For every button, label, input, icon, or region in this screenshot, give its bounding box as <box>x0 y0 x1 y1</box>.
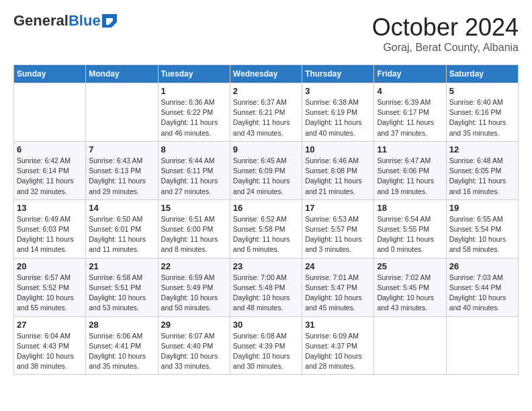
day-info: Sunrise: 6:37 AM Sunset: 6:21 PM Dayligh… <box>233 97 299 138</box>
day-number: 31 <box>305 320 371 330</box>
day-info: Sunrise: 7:00 AM Sunset: 5:48 PM Dayligh… <box>233 273 299 314</box>
day-info: Sunrise: 6:08 AM Sunset: 4:39 PM Dayligh… <box>233 331 299 372</box>
day-info: Sunrise: 6:06 AM Sunset: 4:41 PM Dayligh… <box>89 331 154 372</box>
calendar-cell: 1Sunrise: 6:36 AM Sunset: 6:22 PM Daylig… <box>158 83 230 142</box>
location-text: Goraj, Berat County, Albania <box>372 42 519 54</box>
calendar-cell: 14Sunrise: 6:50 AM Sunset: 6:01 PM Dayli… <box>86 199 158 258</box>
day-number: 20 <box>17 261 83 271</box>
calendar-cell: 9Sunrise: 6:45 AM Sunset: 6:09 PM Daylig… <box>230 141 302 199</box>
calendar-cell: 11Sunrise: 6:47 AM Sunset: 6:06 PM Dayli… <box>374 141 446 199</box>
day-info: Sunrise: 6:59 AM Sunset: 5:49 PM Dayligh… <box>161 273 227 314</box>
day-number: 3 <box>305 86 371 96</box>
day-number: 27 <box>17 320 83 330</box>
calendar-week-row: 1Sunrise: 6:36 AM Sunset: 6:22 PM Daylig… <box>14 83 519 142</box>
calendar-cell: 18Sunrise: 6:54 AM Sunset: 5:55 PM Dayli… <box>374 199 446 258</box>
day-number: 28 <box>89 320 154 330</box>
logo-icon <box>102 14 117 28</box>
day-info: Sunrise: 7:03 AM Sunset: 5:44 PM Dayligh… <box>449 273 515 314</box>
logo-blue-text: Blue <box>69 13 101 28</box>
day-number: 1 <box>161 86 227 96</box>
day-number: 21 <box>89 261 154 271</box>
day-number: 8 <box>161 144 227 154</box>
calendar-cell: 19Sunrise: 6:55 AM Sunset: 5:54 PM Dayli… <box>446 199 518 258</box>
day-number: 29 <box>161 320 227 330</box>
calendar-week-row: 27Sunrise: 6:04 AM Sunset: 4:43 PM Dayli… <box>14 316 519 375</box>
calendar-cell: 2Sunrise: 6:37 AM Sunset: 6:21 PM Daylig… <box>230 83 302 142</box>
calendar-cell: 16Sunrise: 6:52 AM Sunset: 5:58 PM Dayli… <box>230 199 302 258</box>
calendar-cell: 27Sunrise: 6:04 AM Sunset: 4:43 PM Dayli… <box>14 316 86 375</box>
calendar-cell: 12Sunrise: 6:48 AM Sunset: 6:05 PM Dayli… <box>446 141 518 199</box>
day-info: Sunrise: 6:38 AM Sunset: 6:19 PM Dayligh… <box>305 97 371 138</box>
month-title: October 2024 <box>372 13 519 42</box>
calendar-cell <box>374 316 446 375</box>
calendar-cell: 5Sunrise: 6:40 AM Sunset: 6:16 PM Daylig… <box>446 83 518 142</box>
logo-general-text: General <box>13 13 69 28</box>
logo: General Blue <box>13 13 117 28</box>
day-info: Sunrise: 6:49 AM Sunset: 6:03 PM Dayligh… <box>17 214 83 255</box>
calendar-cell: 6Sunrise: 6:42 AM Sunset: 6:14 PM Daylig… <box>14 141 86 199</box>
day-info: Sunrise: 6:51 AM Sunset: 6:00 PM Dayligh… <box>161 214 227 255</box>
calendar-week-row: 20Sunrise: 6:57 AM Sunset: 5:52 PM Dayli… <box>14 258 519 316</box>
day-number: 24 <box>305 261 371 271</box>
day-info: Sunrise: 6:07 AM Sunset: 4:40 PM Dayligh… <box>161 331 227 372</box>
day-info: Sunrise: 6:57 AM Sunset: 5:52 PM Dayligh… <box>17 273 83 314</box>
day-info: Sunrise: 6:42 AM Sunset: 6:14 PM Dayligh… <box>17 156 83 197</box>
day-number: 15 <box>161 203 227 213</box>
calendar-cell: 29Sunrise: 6:07 AM Sunset: 4:40 PM Dayli… <box>158 316 230 375</box>
day-number: 6 <box>17 144 83 154</box>
day-info: Sunrise: 6:58 AM Sunset: 5:51 PM Dayligh… <box>89 273 154 314</box>
calendar-cell <box>446 316 518 375</box>
day-number: 19 <box>449 203 515 213</box>
calendar-cell: 10Sunrise: 6:46 AM Sunset: 6:08 PM Dayli… <box>302 141 374 199</box>
day-info: Sunrise: 6:50 AM Sunset: 6:01 PM Dayligh… <box>89 214 154 255</box>
calendar-cell: 15Sunrise: 6:51 AM Sunset: 6:00 PM Dayli… <box>158 199 230 258</box>
calendar-cell <box>86 83 158 142</box>
day-info: Sunrise: 6:54 AM Sunset: 5:55 PM Dayligh… <box>377 214 443 255</box>
calendar-cell: 7Sunrise: 6:43 AM Sunset: 6:13 PM Daylig… <box>86 141 158 199</box>
calendar-cell: 13Sunrise: 6:49 AM Sunset: 6:03 PM Dayli… <box>14 199 86 258</box>
day-number: 5 <box>449 86 515 96</box>
title-area: October 2024 Goraj, Berat County, Albani… <box>372 13 519 54</box>
calendar-cell: 22Sunrise: 6:59 AM Sunset: 5:49 PM Dayli… <box>158 258 230 316</box>
calendar-cell: 3Sunrise: 6:38 AM Sunset: 6:19 PM Daylig… <box>302 83 374 142</box>
day-number: 30 <box>233 320 299 330</box>
calendar-table: SundayMondayTuesdayWednesdayThursdayFrid… <box>13 64 519 375</box>
day-info: Sunrise: 6:52 AM Sunset: 5:58 PM Dayligh… <box>233 214 299 255</box>
weekday-header: Friday <box>374 65 446 83</box>
day-info: Sunrise: 6:47 AM Sunset: 6:06 PM Dayligh… <box>377 156 443 197</box>
calendar-week-row: 13Sunrise: 6:49 AM Sunset: 6:03 PM Dayli… <box>14 199 519 258</box>
calendar-cell: 8Sunrise: 6:44 AM Sunset: 6:11 PM Daylig… <box>158 141 230 199</box>
day-info: Sunrise: 6:09 AM Sunset: 4:37 PM Dayligh… <box>305 331 371 372</box>
calendar-cell: 24Sunrise: 7:01 AM Sunset: 5:47 PM Dayli… <box>302 258 374 316</box>
day-number: 4 <box>377 86 443 96</box>
day-number: 16 <box>233 203 299 213</box>
calendar-cell: 31Sunrise: 6:09 AM Sunset: 4:37 PM Dayli… <box>302 316 374 375</box>
calendar-cell: 28Sunrise: 6:06 AM Sunset: 4:41 PM Dayli… <box>86 316 158 375</box>
day-info: Sunrise: 6:53 AM Sunset: 5:57 PM Dayligh… <box>305 214 371 255</box>
day-info: Sunrise: 6:36 AM Sunset: 6:22 PM Dayligh… <box>161 97 227 138</box>
day-number: 23 <box>233 261 299 271</box>
page-header: General Blue October 2024 Goraj, Berat C… <box>13 13 519 54</box>
day-info: Sunrise: 6:04 AM Sunset: 4:43 PM Dayligh… <box>17 331 83 372</box>
day-info: Sunrise: 6:46 AM Sunset: 6:08 PM Dayligh… <box>305 156 371 197</box>
calendar-header-row: SundayMondayTuesdayWednesdayThursdayFrid… <box>14 65 519 83</box>
calendar-cell: 30Sunrise: 6:08 AM Sunset: 4:39 PM Dayli… <box>230 316 302 375</box>
weekday-header: Wednesday <box>230 65 302 83</box>
day-info: Sunrise: 6:39 AM Sunset: 6:17 PM Dayligh… <box>377 97 443 138</box>
weekday-header: Thursday <box>302 65 374 83</box>
day-number: 11 <box>377 144 443 154</box>
calendar-cell: 17Sunrise: 6:53 AM Sunset: 5:57 PM Dayli… <box>302 199 374 258</box>
day-number: 10 <box>305 144 371 154</box>
day-number: 9 <box>233 144 299 154</box>
day-info: Sunrise: 7:01 AM Sunset: 5:47 PM Dayligh… <box>305 273 371 314</box>
day-number: 25 <box>377 261 443 271</box>
calendar-cell: 26Sunrise: 7:03 AM Sunset: 5:44 PM Dayli… <box>446 258 518 316</box>
weekday-header: Monday <box>86 65 158 83</box>
day-number: 12 <box>449 144 515 154</box>
calendar-cell: 20Sunrise: 6:57 AM Sunset: 5:52 PM Dayli… <box>14 258 86 316</box>
day-number: 14 <box>89 203 154 213</box>
day-number: 13 <box>17 203 83 213</box>
day-number: 26 <box>449 261 515 271</box>
day-number: 22 <box>161 261 227 271</box>
day-number: 2 <box>233 86 299 96</box>
